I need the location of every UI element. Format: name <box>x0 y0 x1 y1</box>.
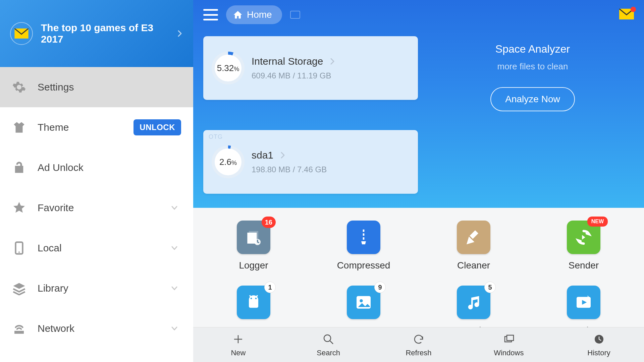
storage-card-sda1[interactable]: OTG 2.6% sda1 198.80 MB / 7.46 GB <box>203 130 418 194</box>
home-icon <box>233 10 243 20</box>
app-icon: 1 <box>237 286 270 319</box>
layers-icon <box>12 281 26 295</box>
tool-label: Sender <box>569 260 599 271</box>
notification-mail-icon[interactable] <box>619 9 634 21</box>
tool-cleaner[interactable]: Cleaner <box>440 221 507 271</box>
tab-home[interactable]: Home <box>226 5 282 24</box>
tool-label: Compressed <box>337 260 390 271</box>
sidebar-item-label: Library <box>38 283 160 294</box>
new-badge: NEW <box>587 217 608 227</box>
clock-icon <box>592 333 606 346</box>
sidebar-item-settings[interactable]: Settings <box>0 67 193 107</box>
usage-ring: 5.32% <box>213 53 244 83</box>
sidebar-item-library[interactable]: Library <box>0 268 193 308</box>
analyzer-title: Space Analyzer <box>495 43 570 55</box>
window-icon[interactable] <box>290 11 300 19</box>
svg-line-15 <box>330 341 333 344</box>
tool-logger[interactable]: 16 Logger <box>220 221 287 271</box>
count-badge: 1 <box>264 282 276 293</box>
sidebar-item-label: Ad Unlock <box>38 162 181 173</box>
chevron-down-icon <box>171 204 178 211</box>
phone-icon <box>12 241 26 255</box>
chevron-down-icon <box>171 245 178 251</box>
analyze-now-button[interactable]: Analyze Now <box>490 87 575 111</box>
cleaner-icon <box>457 221 490 254</box>
storage-title: sda1 <box>252 149 273 161</box>
bottombar-label: History <box>587 349 610 357</box>
sidebar-item-label: Theme <box>38 122 122 133</box>
movies-icon <box>567 286 600 319</box>
chevron-down-icon <box>171 285 178 292</box>
banner-title: The top 10 games of E3 2017 <box>41 22 168 45</box>
svg-point-10 <box>360 299 363 302</box>
sender-icon: NEW <box>567 221 600 254</box>
hero: Home 5.32% Internal Storage 609.46 MB / … <box>193 0 644 208</box>
sidebar-item-favorite[interactable]: Favorite <box>0 188 193 228</box>
bottombar-label: Refresh <box>406 349 431 357</box>
storage-column: 5.32% Internal Storage 609.46 MB / 11.19… <box>203 36 418 208</box>
tab-label: Home <box>247 9 272 20</box>
windows-icon <box>502 333 516 346</box>
chevron-down-icon <box>171 325 178 332</box>
hamburger-icon[interactable] <box>203 9 218 20</box>
gear-icon <box>12 80 26 94</box>
lock-open-icon <box>12 161 26 175</box>
svg-rect-3 <box>290 11 300 18</box>
svg-point-2 <box>18 251 20 253</box>
storage-details: 198.80 MB / 7.46 GB <box>252 165 409 174</box>
bottombar-label: Windows <box>494 349 524 357</box>
images-icon: 9 <box>347 286 380 319</box>
router-icon <box>12 321 26 336</box>
sidebar-item-label: Network <box>38 323 160 334</box>
usage-percent: 5.32% <box>217 63 239 73</box>
sidebar-banner[interactable]: The top 10 games of E3 2017 <box>0 0 193 67</box>
tool-compressed[interactable]: Compressed <box>330 221 397 271</box>
sidebar-item-theme[interactable]: Theme UNLOCK <box>0 107 193 147</box>
refresh-icon <box>412 333 425 346</box>
chevron-right-icon <box>279 152 286 159</box>
bottombar-history[interactable]: History <box>566 333 633 357</box>
bottombar-new[interactable]: New <box>205 333 272 357</box>
tool-sender[interactable]: NEW Sender <box>550 221 617 271</box>
tool-label: Logger <box>239 260 268 271</box>
music-icon: 5 <box>457 286 490 319</box>
storage-card-internal[interactable]: 5.32% Internal Storage 609.46 MB / 11.19… <box>203 36 418 100</box>
sidebar-item-label: Local <box>38 242 160 254</box>
analyzer-subtitle: more files to clean <box>497 61 568 72</box>
tool-label: Cleaner <box>457 260 490 271</box>
otg-tag: OTG <box>209 133 223 140</box>
chevron-right-icon <box>329 58 336 65</box>
sidebar-item-adunlock[interactable]: Ad Unlock <box>0 147 193 188</box>
mail-icon <box>10 22 33 45</box>
bottom-bar: New Search Refresh Windows History <box>193 327 644 362</box>
logger-icon: 16 <box>237 221 270 254</box>
bottombar-label: New <box>231 349 246 357</box>
unlock-badge: UNLOCK <box>133 119 181 135</box>
usage-percent: 2.6% <box>219 157 237 167</box>
storage-title: Internal Storage <box>252 56 323 67</box>
compressed-icon <box>347 221 380 254</box>
bottombar-refresh[interactable]: Refresh <box>385 333 452 357</box>
notification-dot <box>631 7 636 12</box>
sidebar-item-label: Settings <box>38 81 181 93</box>
search-icon <box>322 333 335 346</box>
count-badge: 9 <box>374 282 386 293</box>
star-icon <box>12 201 26 215</box>
sidebar-item-local[interactable]: Local <box>0 228 193 268</box>
topbar: Home <box>193 0 644 29</box>
main: Home 5.32% Internal Storage 609.46 MB / … <box>193 0 644 362</box>
svg-point-14 <box>324 335 331 342</box>
sidebar-item-network[interactable]: Network <box>0 308 193 349</box>
space-analyzer-panel: Space Analyzer more files to clean Analy… <box>431 36 634 208</box>
bottombar-search[interactable]: Search <box>295 333 362 357</box>
sidebar: The top 10 games of E3 2017 Settings The… <box>0 0 193 362</box>
storage-details: 609.46 MB / 11.19 GB <box>252 71 409 80</box>
bottombar-label: Search <box>317 349 340 357</box>
usage-ring: 2.6% <box>213 146 244 177</box>
svg-rect-17 <box>507 335 514 341</box>
count-badge: 5 <box>484 282 496 293</box>
bottombar-windows[interactable]: Windows <box>475 333 542 357</box>
count-badge: 16 <box>262 217 276 228</box>
chevron-right-icon <box>176 30 183 37</box>
plus-icon <box>231 333 245 346</box>
